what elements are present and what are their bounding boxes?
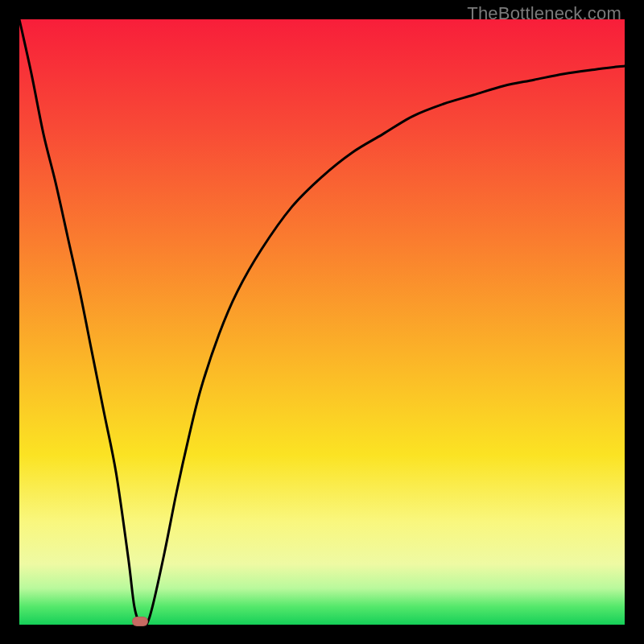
chart-frame: TheBottleneck.com (0, 0, 644, 644)
plot-area (19, 19, 625, 625)
watermark-text: TheBottleneck.com (467, 3, 621, 24)
